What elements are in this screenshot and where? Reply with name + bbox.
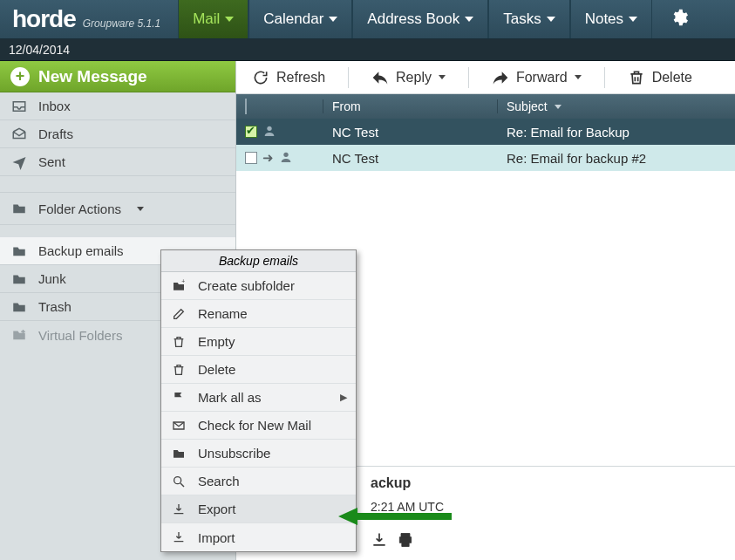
column-subject[interactable]: Subject xyxy=(498,99,735,113)
download-icon xyxy=(170,502,187,516)
context-menu-item-mark-all-as[interactable]: Mark all as▶ xyxy=(161,384,356,412)
context-menu-item-search[interactable]: Search xyxy=(161,468,356,495)
context-menu-label: Delete xyxy=(198,362,235,377)
column-label: Subject xyxy=(507,99,548,113)
context-menu-label: Create subfolder xyxy=(198,278,295,293)
chevron-down-icon xyxy=(137,207,144,211)
sidebar-item-sent[interactable]: Sent xyxy=(0,148,235,176)
context-menu-label: Check for New Mail xyxy=(198,418,311,433)
row-from: NC Test xyxy=(332,151,378,166)
trash-icon xyxy=(170,335,187,349)
context-menu-label: Mark all as xyxy=(198,390,262,405)
chevron-down-icon xyxy=(225,17,234,22)
gear-icon xyxy=(670,8,689,27)
folder-plus-icon xyxy=(10,327,28,343)
folder-icon xyxy=(10,243,28,259)
sidebar-item-label: Virtual Folders xyxy=(38,328,122,343)
row-from: NC Test xyxy=(332,125,378,140)
message-row[interactable]: ➜ NC Test Re: Email for backup #2 xyxy=(236,145,735,171)
download-icon[interactable] xyxy=(371,531,388,552)
context-menu-label: Rename xyxy=(198,306,248,321)
settings-button[interactable] xyxy=(657,8,701,31)
sidebar-item-label: Sent xyxy=(38,154,65,169)
nav-label: Calendar xyxy=(263,10,323,28)
inbox-icon xyxy=(10,99,28,114)
sidebar-item-label: Junk xyxy=(38,271,66,286)
context-menu-item-unsubscribe[interactable]: Unsubscribe xyxy=(161,440,356,468)
reply-arrow-icon: ➜ xyxy=(262,150,274,166)
nav-mail[interactable]: Mail xyxy=(178,0,248,38)
folder-icon xyxy=(10,271,28,287)
sidebar-item-drafts[interactable]: Drafts xyxy=(0,120,235,148)
svg-text:+: + xyxy=(181,279,185,284)
nav-label: Mail xyxy=(193,10,220,28)
row-checkbox[interactable] xyxy=(245,126,257,138)
date-bar: 12/04/2014 xyxy=(0,39,735,61)
nav-label: Tasks xyxy=(503,10,541,28)
context-menu-item-check-for-new-mail[interactable]: Check for New Mail xyxy=(161,412,356,440)
submenu-arrow-icon: ▶ xyxy=(340,392,347,403)
forward-button[interactable]: Forward xyxy=(485,65,589,90)
mail-icon xyxy=(170,419,187,433)
context-menu-label: Unsubscribe xyxy=(198,446,270,461)
context-menu-label: Export xyxy=(198,502,235,516)
folder-icon xyxy=(170,447,187,461)
context-menu-item-import[interactable]: Import xyxy=(161,523,356,551)
svg-point-0 xyxy=(267,126,271,130)
download-icon xyxy=(170,530,187,544)
sidebar-item-inbox[interactable]: Inbox xyxy=(0,92,235,120)
select-all-checkbox[interactable] xyxy=(245,99,247,114)
message-row[interactable]: NC Test Re: Email for Backup xyxy=(236,119,735,145)
chevron-down-icon xyxy=(329,17,337,22)
reply-button[interactable]: Reply xyxy=(364,65,453,90)
print-icon[interactable] xyxy=(397,531,414,552)
nav-items: Mail Calendar Address Book Tasks Notes xyxy=(178,0,652,38)
context-menu-item-empty[interactable]: Empty xyxy=(161,328,356,356)
toolbar-label: Reply xyxy=(396,70,432,85)
toolbar: Refresh Reply Forward Delete xyxy=(236,61,735,94)
context-menu-title: Backup emails xyxy=(161,250,356,272)
trash-icon xyxy=(170,363,187,377)
person-icon xyxy=(262,124,276,140)
new-message-button[interactable]: + New Message xyxy=(0,61,235,92)
logo-text: horde xyxy=(12,5,76,33)
folder-icon xyxy=(10,299,28,315)
pencil-icon xyxy=(170,307,187,321)
sidebar-item-label: Backup emails xyxy=(38,243,124,258)
nav-label: Address Book xyxy=(367,10,459,28)
column-from[interactable]: From xyxy=(323,99,498,113)
svg-point-3 xyxy=(174,476,181,483)
folder-plus-icon: + xyxy=(170,279,187,293)
sidebar-folder-actions[interactable]: Folder Actions xyxy=(0,192,235,225)
date-text: 12/04/2014 xyxy=(9,43,70,57)
chevron-down-icon xyxy=(547,17,555,22)
new-message-label: New Message xyxy=(38,67,147,86)
drafts-icon xyxy=(10,126,28,142)
context-menu-item-rename[interactable]: Rename xyxy=(161,300,356,328)
column-label: From xyxy=(332,99,361,113)
sent-icon xyxy=(10,154,28,170)
delete-button[interactable]: Delete xyxy=(621,65,699,90)
flag-icon xyxy=(170,391,187,405)
search-icon xyxy=(170,475,187,488)
sidebar-item-label: Inbox xyxy=(38,99,71,113)
context-menu-item-create-subfolder[interactable]: +Create subfolder xyxy=(161,272,356,300)
chevron-down-icon xyxy=(575,75,582,79)
sidebar-item-label: Folder Actions xyxy=(38,201,121,216)
context-menu-label: Search xyxy=(198,474,240,488)
row-subject: Re: Email for backup #2 xyxy=(507,151,646,166)
context-menu-item-export[interactable]: Export xyxy=(161,495,356,523)
nav-addressbook[interactable]: Address Book xyxy=(352,0,488,38)
nav-tasks[interactable]: Tasks xyxy=(488,0,569,38)
logo-area: horde Groupware 5.1.1 xyxy=(0,5,173,33)
chevron-down-icon xyxy=(439,75,446,79)
nav-notes[interactable]: Notes xyxy=(570,0,652,38)
row-checkbox[interactable] xyxy=(245,152,257,164)
column-header: From Subject xyxy=(236,94,735,119)
nav-calendar[interactable]: Calendar xyxy=(248,0,352,38)
context-menu-item-delete[interactable]: Delete xyxy=(161,356,356,384)
sidebar-item-label: Drafts xyxy=(38,126,73,141)
svg-point-1 xyxy=(283,152,288,156)
refresh-button[interactable]: Refresh xyxy=(245,65,332,90)
logo-subtitle: Groupware 5.1.1 xyxy=(83,17,160,30)
